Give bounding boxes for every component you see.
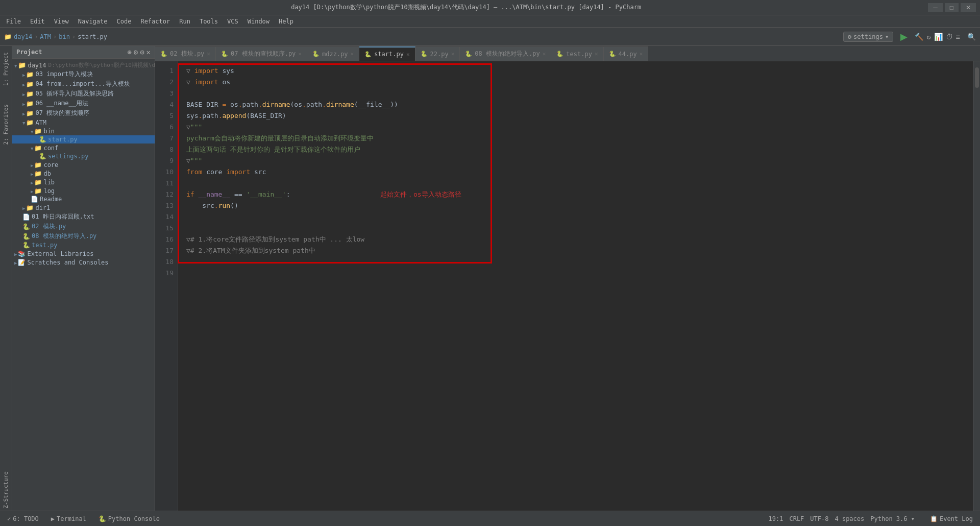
tab-02-module[interactable]: 🐍 02 模块.py ✕	[155, 46, 216, 61]
menu-run[interactable]: Run	[175, 17, 194, 26]
tab-close-test[interactable]: ✕	[595, 51, 598, 57]
settings-label: settings	[853, 33, 883, 40]
menu-vcs[interactable]: VCS	[223, 17, 242, 26]
tree-item-atm[interactable]: 📁 ATM	[12, 118, 155, 127]
tree-item-01txt[interactable]: 📄 01 昨日内容回顾.txt	[12, 212, 155, 222]
tree-item-03[interactable]: 📁 03 import导入模块	[12, 69, 155, 79]
menu-help[interactable]: Help	[275, 17, 298, 26]
tree-item-log[interactable]: 📁 log	[12, 186, 155, 195]
tree-item-lib[interactable]: 📁 lib	[12, 178, 155, 186]
tree-item-04[interactable]: 📁 04 from...import...导入模块	[12, 79, 155, 89]
menu-refactor[interactable]: Refactor	[136, 17, 174, 26]
tab-08-abs[interactable]: 🐍 08 模块的绝对导入.py ✕	[460, 46, 551, 61]
tree-item-05[interactable]: 📁 05 循环导入问题及解决思路	[12, 89, 155, 99]
breadcrumb: 📁 day14 › ATM › bin › start.py	[4, 33, 107, 40]
tab-close-08-abs[interactable]: ✕	[543, 51, 546, 57]
status-info: 19:1 CRLF UTF-8 4 spaces Python 3.6 ▾	[769, 515, 915, 522]
minimize-btn[interactable]: ─	[928, 3, 943, 12]
indent[interactable]: 4 spaces	[835, 515, 864, 522]
folder-icon-log: 📁	[34, 187, 42, 195]
menu-file[interactable]: File	[2, 17, 25, 26]
menu-navigate[interactable]: Navigate	[74, 17, 112, 26]
toolbar-icon-search[interactable]: 🔍	[967, 33, 976, 41]
tree-item-extlib[interactable]: 📚 External Libraries	[12, 249, 155, 258]
bc-atm[interactable]: ATM	[40, 33, 51, 40]
code-line-17: ▽# 2.将ATM文件夹添加到system path中	[186, 245, 965, 256]
tree-item-settingspy[interactable]: 🐍 settings.py	[12, 152, 155, 160]
tab-mdzz[interactable]: 🐍 mdzz.py ✕	[307, 46, 359, 61]
ph-settings-icon[interactable]: ⚙	[134, 48, 138, 56]
toolbar-icon-more[interactable]: ≡	[956, 33, 960, 41]
bc-day14[interactable]: day14	[14, 33, 32, 40]
code-content[interactable]: ▽ import sys ▽ import os BASE_DIR = os.p…	[178, 61, 973, 511]
tree-item-bin[interactable]: 📁 bin	[12, 127, 155, 135]
menu-code[interactable]: Code	[113, 17, 136, 26]
interpreter[interactable]: Python 3.6 ▾	[870, 515, 915, 522]
code-editor[interactable]: 1 2 3 4 5 6 7 8 9 10 11 12▶ 13 14 15 16 …	[155, 61, 980, 511]
tab-start[interactable]: 🐍 start.py ✕	[359, 46, 415, 61]
toolbar-icon-reload[interactable]: ↻	[926, 33, 930, 41]
bc-file[interactable]: start.py	[78, 33, 107, 40]
tab-close-44[interactable]: ✕	[640, 51, 643, 57]
tab-close-07[interactable]: ✕	[298, 51, 302, 57]
todo-label: 6: TODO	[13, 515, 39, 522]
ph-close-icon[interactable]: ✕	[146, 48, 151, 56]
tab-close-02[interactable]: ✕	[207, 51, 210, 57]
maximize-btn[interactable]: □	[945, 3, 959, 12]
file-icon-01txt: 📄	[22, 213, 30, 221]
tab-07-module[interactable]: 🐍 07 模块的查找顺序.py ✕	[216, 46, 307, 61]
menu-view[interactable]: View	[50, 17, 73, 26]
toolbar-icon-coverage[interactable]: 📊	[934, 33, 943, 41]
tab-22[interactable]: 🐍 22.py ✕	[415, 46, 460, 61]
folder-arrow-scratches	[14, 258, 18, 266]
ph-gear-icon[interactable]: ⚙	[140, 48, 144, 56]
toolbar-icon-profile[interactable]: ⏱	[946, 33, 953, 41]
folder-icon-db: 📁	[34, 170, 42, 177]
tab-44[interactable]: 🐍 44.py ✕	[604, 46, 649, 61]
code-line-2: ▽ import os	[186, 77, 965, 88]
tree-item-06[interactable]: 📁 06 __name__用法	[12, 99, 155, 108]
tree-item-02py[interactable]: 🐍 02 模块.py	[12, 222, 155, 231]
tree-item-scratches[interactable]: 📝 Scratches and Consoles	[12, 258, 155, 267]
tab-label-02: 02 模块.py	[170, 50, 204, 58]
terminal-tab[interactable]: ▶ Terminal	[48, 514, 89, 523]
ph-add-icon[interactable]: ⊕	[127, 48, 131, 56]
menu-bar: File Edit View Navigate Code Refactor Ru…	[0, 15, 980, 28]
tree-item-db[interactable]: 📁 db	[12, 169, 155, 178]
tree-item-day14[interactable]: 📁 day14 D:\python数学\python脱产10期视频\day14	[12, 61, 155, 69]
tree-item-dir1[interactable]: 📁 dir1	[12, 203, 155, 212]
tree-item-core[interactable]: 📁 core	[12, 160, 155, 169]
bc-bin[interactable]: bin	[59, 33, 70, 40]
todo-tab[interactable]: ✓ 6: TODO	[4, 514, 42, 523]
file-icon-startpy: 🐍	[39, 136, 46, 143]
line-ending[interactable]: CRLF	[789, 515, 804, 522]
strip-structure-icon[interactable]: Z-Structure	[2, 469, 10, 511]
run-button[interactable]: ▶	[896, 30, 912, 44]
menu-edit[interactable]: Edit	[26, 17, 49, 26]
strip-favorites-icon[interactable]: 2: Favorites	[2, 102, 10, 147]
encoding[interactable]: UTF-8	[810, 515, 828, 522]
ln-2: 2	[159, 77, 174, 88]
menu-tools[interactable]: Tools	[195, 17, 222, 26]
tree-item-08py[interactable]: 🐍 08 模块的绝对导入.py	[12, 231, 155, 241]
python-console-tab[interactable]: 🐍 Python Console	[95, 514, 163, 523]
menu-window[interactable]: Window	[243, 17, 274, 26]
tab-close-22[interactable]: ✕	[451, 51, 455, 57]
strip-project-icon[interactable]: 1: Project	[2, 50, 10, 88]
tree-item-readme[interactable]: 📄 Readme	[12, 195, 155, 203]
event-log-tab[interactable]: 📋 Event Log	[927, 514, 976, 523]
tab-test[interactable]: 🐍 test.py ✕	[551, 46, 603, 61]
right-scrollbar[interactable]	[973, 61, 980, 511]
settings-button[interactable]: ⚙ settings ▾	[843, 32, 893, 42]
tree-item-07[interactable]: 📁 07 模块的查找顺序	[12, 108, 155, 118]
toolbar-icon-build[interactable]: 🔨	[915, 33, 923, 41]
tree-item-testpy[interactable]: 🐍 test.py	[12, 241, 155, 249]
tree-item-conf[interactable]: 📁 conf	[12, 144, 155, 152]
tab-close-mdzz[interactable]: ✕	[351, 51, 354, 57]
tree-label-05: 05 循环导入问题及解决思路	[35, 89, 114, 98]
tree-item-startpy[interactable]: 🐍 start.py	[12, 135, 155, 144]
close-btn[interactable]: ✕	[961, 3, 976, 12]
scroll-thumb[interactable]	[975, 67, 979, 88]
project-title: Project	[16, 49, 42, 56]
tab-close-start[interactable]: ✕	[406, 51, 410, 58]
